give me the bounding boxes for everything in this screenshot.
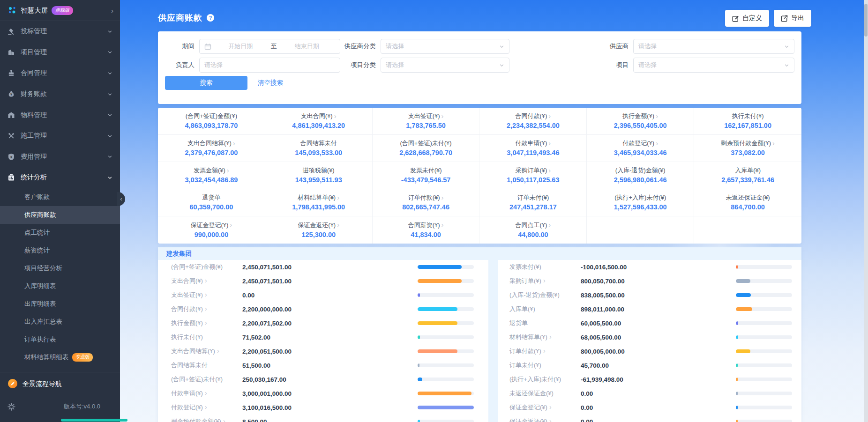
sidebar-subitem[interactable]: 客户账款 (0, 188, 120, 206)
metric-label[interactable]: 付款登记(¥)› (171, 403, 242, 412)
metric-label: (执行+入库)未付(¥) (509, 375, 581, 384)
sidebar-subitem[interactable]: 入库明细表 (0, 277, 120, 295)
summary-cell[interactable]: 执行金额(¥)›2,396,550,405.00 (587, 108, 694, 135)
metric-value: 45,700.00 (581, 362, 736, 369)
sidebar-item[interactable]: 统计分析 (0, 167, 120, 188)
shield-icon: ¥ (7, 153, 15, 161)
summary-cell: (入库-退货)金额(¥)2,596,980,061.46 (587, 162, 694, 189)
sidebar-subitem[interactable]: 出入库汇总表 (0, 313, 120, 331)
summary-label-text: 执行金额(¥) (622, 113, 654, 119)
supplier-category-select[interactable]: 请选择 (381, 39, 509, 54)
metric-label[interactable]: 执行金额(¥)› (171, 319, 242, 327)
summary-label-text: 支出签证(¥) (408, 113, 440, 119)
project-select[interactable]: 请选择 (633, 58, 794, 73)
summary-cell-value: 247,451,278.17 (509, 204, 557, 211)
supplier-select[interactable]: 请选择 (633, 39, 794, 54)
clear-search-link[interactable]: 清空搜索 (258, 79, 283, 87)
summary-cell[interactable]: 支出合同(¥)›4,861,309,413.20 (265, 108, 373, 135)
sidebar-subitem[interactable]: 材料结算明细表专业版 (0, 348, 120, 366)
summary-label-text: 合同薪资(¥) (408, 222, 440, 228)
metric-label-text: (执行+入库)未付(¥) (509, 375, 561, 384)
summary-cell[interactable]: 支出合同结算(¥)›2,379,476,087.00 (158, 135, 265, 162)
sidebar-subitem-label: 点工统计 (24, 229, 50, 237)
help-icon[interactable]: ? (207, 14, 214, 22)
metric-label[interactable]: 支出合同结算(¥)› (171, 347, 242, 355)
metric-value: 2,450,071,501.00 (242, 264, 418, 271)
metric-value: 898,011,000.00 (581, 306, 736, 313)
sidebar-subitem[interactable]: 项目经营分析 (0, 259, 120, 277)
summary-cell[interactable]: 材料结算单(¥)›1,798,431,995.00 (265, 189, 373, 216)
sidebar-item[interactable]: ¥费用管理 (0, 147, 120, 168)
company-name[interactable]: 建发集团 (158, 247, 801, 260)
sidebar-item-smart-dashboard[interactable]: 智慧大屏 旗舰版 › (0, 0, 120, 21)
sidebar-item[interactable]: 合同管理 (0, 63, 120, 84)
summary-cell[interactable]: 订单付款(¥)›802,665,747.46 (373, 189, 480, 216)
progress-fill (418, 420, 420, 422)
export-icon (781, 15, 788, 22)
sidebar-item-label: 物料管理 (21, 111, 47, 119)
metric-label[interactable]: 材料结算单(¥)› (509, 333, 581, 341)
vertical-scrollbar-thumb[interactable] (864, 4, 868, 37)
metric-label[interactable]: 保证金登记(¥)› (509, 403, 581, 412)
sidebar-item[interactable]: 物料管理 (0, 104, 120, 126)
sidebar-subitem[interactable]: 薪资统计 (0, 242, 120, 259)
summary-cell[interactable]: 合同点工(¥)›44,800.00 (479, 216, 587, 244)
sidebar-item[interactable]: 投标管理 (0, 21, 120, 42)
metric-label[interactable]: 保证金返还(¥)› (509, 417, 581, 422)
horizontal-scrollbar-thumb[interactable] (61, 419, 127, 422)
metric-label[interactable]: 剩余预付款金额(¥)› (171, 417, 242, 422)
progress-fill (736, 307, 752, 311)
summary-label-text: 保证金登记(¥) (190, 222, 228, 228)
settings-gear-icon[interactable] (7, 403, 15, 411)
metric-label[interactable]: 支出签证(¥)› (171, 291, 242, 299)
owner-input[interactable]: 请选择 (199, 58, 340, 73)
metric-label-text: 付款登记(¥) (171, 403, 203, 412)
metric-label[interactable]: 合同付款(¥)› (171, 305, 242, 313)
metric-label[interactable]: 付款申请(¥)› (171, 389, 242, 398)
sidebar-subitem[interactable]: 供应商账款 (0, 206, 120, 224)
metric-label-text: (入库-退货)金额(¥) (509, 291, 560, 299)
customize-button[interactable]: 自定义 (725, 10, 769, 27)
owner-label: 负责人 (171, 61, 199, 69)
sidebar-subitem[interactable]: 订单执行表 (0, 331, 120, 348)
metric-label-text: 退货单 (509, 319, 528, 327)
metric-label[interactable]: 支出合同(¥)› (171, 277, 242, 285)
start-date-input[interactable]: 开始日期 (212, 42, 269, 51)
chevron-right-icon: › (548, 141, 551, 146)
sidebar-subitem-label: 项目经营分析 (24, 264, 62, 273)
metric-label-text: 采购订单(¥) (509, 277, 541, 285)
metric-label-text: 执行未付(¥) (171, 333, 203, 341)
summary-cell[interactable]: 采购订单(¥)›1,050,117,025.63 (479, 162, 587, 189)
summary-cell[interactable]: 付款登记(¥)›3,465,934,033.46 (587, 135, 694, 162)
metric-value: 2,200,071,502.00 (242, 320, 418, 327)
end-date-input[interactable]: 结束日期 (279, 42, 336, 51)
sidebar-item-panorama-nav[interactable]: 全景流程导航 (0, 372, 120, 396)
vertical-scrollbar[interactable] (864, 0, 868, 422)
project-category-select[interactable]: 请选择 (381, 58, 509, 73)
metric-label-text: 剩余预付款金额(¥) (171, 417, 221, 422)
summary-cell-label: 采购订单(¥)› (515, 167, 551, 173)
summary-cell[interactable]: 付款申请(¥)›3,047,119,493.46 (479, 135, 587, 162)
search-button[interactable]: 搜索 (165, 76, 247, 90)
sidebar-item[interactable]: ¥财务账款 (0, 84, 120, 105)
summary-cell[interactable]: 合同薪资(¥)›41,834.00 (373, 216, 480, 244)
metric-label-text: (合同+签证)金额(¥) (171, 263, 223, 271)
summary-cell[interactable]: 保证金返还(¥)›125,300.00 (265, 216, 373, 244)
summary-cell[interactable]: 支出签证(¥)›1,783,765.50 (373, 108, 480, 135)
date-range-input[interactable]: 开始日期 至 结束日期 (199, 39, 340, 54)
summary-cell[interactable]: 合同付款(¥)›2,234,382,554.00 (479, 108, 587, 135)
summary-cell[interactable]: 发票金额(¥)›3,032,454,486.89 (158, 162, 265, 189)
summary-cell[interactable]: 保证金登记(¥)›990,000.00 (158, 216, 265, 244)
sidebar-subitem[interactable]: 点工统计 (0, 224, 120, 242)
sidebar-item[interactable]: 施工管理 (0, 126, 120, 147)
chevron-right-icon: › (230, 222, 232, 228)
summary-cell[interactable]: 剩余预付款金额(¥)›373,082.00 (694, 135, 801, 162)
export-button[interactable]: 导出 (774, 10, 811, 27)
sidebar-subitem[interactable]: 出库明细表 (0, 295, 120, 313)
summary-cell-value: 1,050,117,025.63 (507, 177, 559, 184)
metric-label[interactable]: 采购订单(¥)› (509, 277, 581, 285)
summary-cell-label: 合同结算未付 (300, 140, 337, 146)
metric-label[interactable]: 订单付款(¥)› (509, 347, 581, 355)
sidebar-item[interactable]: 项目管理 (0, 42, 120, 63)
company-metric-row: 合同付款(¥)›2,200,000,000.00 (171, 302, 488, 316)
